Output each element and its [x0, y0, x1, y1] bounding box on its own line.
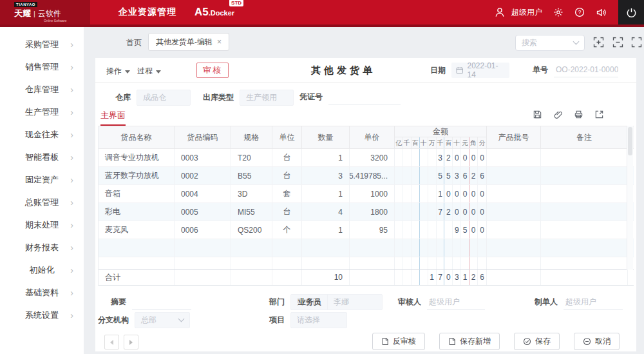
next-record-button[interactable]	[124, 335, 138, 349]
col-header-qty: 数量	[302, 126, 350, 148]
table-row[interactable]: 音箱00043D套11000100000	[99, 185, 634, 203]
warehouse-field[interactable]: 成品仓	[137, 90, 191, 106]
search-placeholder: 搜索	[522, 37, 537, 48]
amount-digit-cell	[428, 185, 437, 202]
chevron-down-icon	[178, 316, 185, 322]
attachment-icon[interactable]	[553, 110, 563, 119]
sidebar-item-label: 采购管理	[25, 39, 59, 50]
user-name: 超级用户	[511, 7, 542, 18]
project-label: 项目	[256, 315, 285, 326]
auditor-field[interactable]: 超级用户	[427, 295, 485, 310]
user-menu[interactable]: 超级用户	[494, 6, 542, 18]
amount-digit-cell	[428, 257, 437, 269]
help-icon[interactable]: ?	[574, 7, 585, 17]
edition-badge: STD	[229, 0, 243, 6]
cell-remark	[541, 149, 628, 166]
voucher-field[interactable]	[328, 90, 401, 104]
fullscreen-icon[interactable]	[631, 37, 642, 50]
amount-digit-cell: 0	[469, 149, 478, 166]
save-icon[interactable]	[533, 110, 542, 119]
tab-active[interactable]: 其他发货单-编辑 ×	[148, 33, 229, 51]
sidebar-item[interactable]: 仓库管理›	[0, 78, 84, 101]
sidebar-item[interactable]: 生产管理›	[0, 101, 84, 123]
branch-label: 分支机构	[95, 315, 129, 326]
total-qty: 10	[302, 270, 350, 285]
operation-dropdown[interactable]: 操作	[106, 66, 130, 77]
cell-name: 蓝牙数字功放机	[99, 167, 175, 184]
chevron-right-icon: ›	[70, 243, 73, 252]
amount-digit-cell	[420, 270, 428, 285]
amount-digit-cell: 5	[444, 167, 453, 184]
scrollbar-thumb[interactable]	[628, 127, 632, 155]
table-row[interactable]: 调音专业功放机0003T20台13200320000	[99, 149, 634, 167]
table-row[interactable]	[99, 257, 634, 269]
sidebar-item[interactable]: 财务报表›	[0, 236, 84, 259]
sidebar-item[interactable]: 总账管理›	[0, 191, 84, 213]
table-row[interactable]: 蓝牙数字功放机0002B55台31845.419785...553626	[99, 167, 634, 185]
table-row[interactable]: 麦克风0006QS200个1959500	[99, 221, 634, 239]
cell-spec	[231, 257, 272, 269]
sidebar-item[interactable]: 初始化›	[0, 259, 84, 281]
sidebar-item-label: 销售管理	[25, 61, 59, 73]
tab-main-panel[interactable]: 主界面	[100, 110, 126, 126]
table-row[interactable]: 彩电0005MI55台41800720000	[99, 203, 634, 221]
sidebar-item[interactable]: 现金往来›	[0, 123, 84, 146]
sidebar-item[interactable]: 销售管理›	[0, 55, 84, 78]
doc-no-field[interactable]: OO-2022-01-00001	[554, 63, 618, 77]
creator-field[interactable]: 超级用户	[564, 295, 623, 310]
save-new-button[interactable]: 保存新增	[439, 333, 500, 350]
audit-status-stamp: 审核	[196, 63, 229, 78]
amount-digit-cell	[412, 257, 420, 269]
tab-close-icon[interactable]: ×	[217, 37, 222, 46]
process-dropdown[interactable]: 过程	[137, 66, 161, 77]
screen-zoom-in-icon[interactable]	[593, 37, 604, 50]
outbound-type-field[interactable]: 生产领用	[240, 90, 294, 106]
sidebar-item[interactable]: 采购管理›	[0, 33, 84, 55]
sidebar-item-label: 智能看板	[25, 152, 59, 163]
amount-digit-cell	[412, 185, 420, 202]
sidebar-item[interactable]: 系统设置›	[0, 304, 84, 326]
summary-field[interactable]	[132, 295, 191, 310]
sidebar-item[interactable]: 期末处理›	[0, 213, 84, 236]
sidebar-item[interactable]: 固定资产›	[0, 168, 84, 191]
check-circle-icon	[523, 337, 531, 346]
unaudit-button[interactable]: 反审核	[372, 333, 425, 350]
cell-remark	[541, 257, 628, 269]
amount-digit-cell	[428, 221, 437, 239]
search-input[interactable]: 搜索	[515, 35, 585, 51]
announcement-icon[interactable]	[596, 7, 607, 18]
amount-digit-cell	[395, 270, 403, 285]
chevron-right-icon: ›	[70, 40, 73, 49]
col-header-name: 货品名称	[99, 126, 175, 148]
save-button[interactable]: 保存	[514, 333, 560, 350]
cell-price: 1800	[350, 203, 395, 221]
sidebar-item[interactable]: 基础资料›	[0, 281, 84, 304]
amount-digit-cell	[412, 221, 420, 239]
expand-icon[interactable]	[594, 110, 604, 119]
cell-unit	[272, 257, 302, 269]
document-icon	[381, 337, 389, 346]
logout-power-button[interactable]	[618, 0, 644, 25]
table-row[interactable]	[99, 239, 634, 257]
tab-home[interactable]: 首页	[126, 37, 142, 48]
cell-amount: 320000	[395, 149, 487, 166]
date-field[interactable]: 2022-01-14	[451, 63, 509, 78]
cancel-button[interactable]: 取消	[574, 333, 620, 350]
amount-digit-cell	[453, 257, 461, 269]
sidebar-item-label: 现金往来	[25, 129, 59, 141]
print-icon[interactable]	[574, 110, 583, 119]
save-label: 保存	[535, 336, 551, 347]
settings-gear-icon[interactable]	[553, 7, 564, 17]
screen-zoom-out-icon[interactable]	[612, 37, 623, 50]
caret-down-icon	[156, 70, 161, 74]
project-field[interactable]: 请选择	[290, 312, 347, 328]
prev-record-button[interactable]	[104, 335, 119, 349]
amount-digit-col: 亿	[395, 137, 403, 148]
branch-select[interactable]: 总部	[135, 312, 190, 328]
amount-digit-cell: 0	[469, 221, 478, 239]
cell-price: 1845.419785...	[350, 167, 395, 184]
date-value: 2022-01-14	[467, 61, 505, 79]
salesperson-field[interactable]: 李娜	[327, 294, 383, 310]
table-scrollbar[interactable]	[627, 126, 633, 270]
sidebar-item[interactable]: 智能看板›	[0, 146, 84, 168]
